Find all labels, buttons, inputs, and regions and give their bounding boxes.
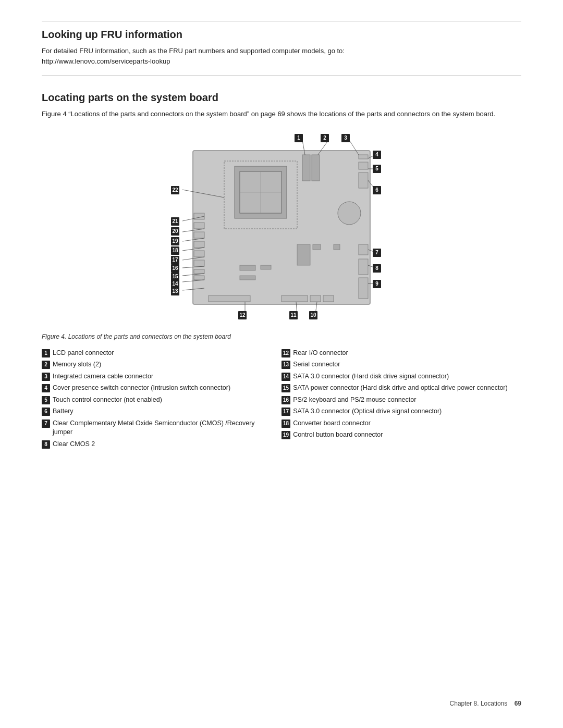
section-locating-title: Locating parts on the system board — [42, 92, 521, 104]
badge-label-2: 2 — [42, 361, 50, 369]
list-item-1: 1 LCD panel connector — [42, 349, 271, 358]
svg-rect-19 — [359, 172, 368, 188]
badge-4: 4 — [373, 151, 381, 159]
section-fru-title: Looking up FRU information — [42, 29, 521, 41]
item-text-2: Memory slots (2) — [53, 360, 271, 369]
list-item-8: 8 Clear CMOS 2 — [42, 440, 271, 449]
svg-rect-23 — [209, 295, 250, 302]
item-text-18: Converter board connector — [293, 419, 511, 428]
badge-10: 10 — [309, 311, 317, 319]
item-text-16: PS/2 keyboard and PS/2 mouse connector — [293, 396, 511, 405]
footer: Chapter 8. Locations 69 — [450, 700, 521, 707]
svg-rect-18 — [359, 162, 368, 169]
svg-rect-8 — [312, 155, 320, 181]
badge-1: 1 — [295, 134, 303, 142]
list-item-6: 6 Battery — [42, 407, 271, 416]
badge-9: 9 — [373, 280, 381, 288]
badge-label-16: 16 — [282, 396, 290, 404]
list-item-7: 7 Clear Complementary Metal Oxide Semico… — [42, 419, 271, 437]
badge-19: 19 — [171, 237, 179, 245]
list-item-3: 3 Integrated camera cable connector — [42, 372, 271, 381]
svg-rect-25 — [310, 295, 321, 302]
badge-7: 7 — [373, 249, 381, 257]
item-text-8: Clear CMOS 2 — [53, 440, 271, 449]
svg-rect-10 — [194, 223, 204, 229]
badge-label-18: 18 — [282, 419, 290, 428]
badge-16: 16 — [171, 264, 179, 273]
item-text-5: Touch control connector (not enabled) — [53, 396, 271, 405]
section-fru-body: For detailed FRU information, such as th… — [42, 46, 521, 66]
item-text-13: Serial connector — [293, 360, 511, 369]
item-text-17: SATA 3.0 connector (Optical drive signal… — [293, 407, 511, 416]
section-fru: Looking up FRU information For detailed … — [42, 29, 521, 66]
board-svg — [156, 130, 407, 328]
item-text-4: Cover presence switch connector (Intrusi… — [53, 384, 271, 393]
figure-caption: Figure 4. Locations of the parts and con… — [42, 333, 521, 340]
parts-list-right: 12 Rear I/O connector 13 Serial connecto… — [282, 349, 521, 452]
badge-label-7: 7 — [42, 419, 50, 428]
svg-rect-24 — [282, 295, 308, 302]
svg-rect-9 — [194, 213, 204, 219]
item-text-14: SATA 3.0 connector (Hard disk drive sign… — [293, 372, 511, 381]
svg-point-6 — [338, 202, 361, 225]
badge-5: 5 — [373, 165, 381, 173]
badge-22: 22 — [171, 186, 179, 194]
list-item-14: 14 SATA 3.0 connector (Hard disk drive s… — [282, 372, 511, 381]
item-text-15: SATA power connector (Hard disk drive an… — [293, 384, 511, 393]
svg-rect-7 — [302, 155, 310, 181]
svg-rect-32 — [334, 244, 340, 250]
board-diagram: 1 2 3 4 5 6 7 8 9 22 21 20 19 18 17 16 1… — [156, 130, 407, 328]
list-item-13: 13 Serial connector — [282, 360, 511, 369]
item-text-12: Rear I/O connector — [293, 349, 511, 358]
svg-rect-29 — [261, 265, 271, 269]
badge-label-1: 1 — [42, 349, 50, 357]
list-item-18: 18 Converter board connector — [282, 419, 511, 428]
badge-18: 18 — [171, 246, 179, 255]
svg-rect-17 — [359, 155, 368, 159]
badge-2: 2 — [321, 134, 329, 142]
badge-label-13: 13 — [282, 361, 290, 369]
svg-rect-28 — [240, 276, 255, 280]
top-divider — [42, 21, 521, 21]
list-item-17: 17 SATA 3.0 connector (Optical drive sig… — [282, 407, 511, 416]
badge-label-12: 12 — [282, 349, 290, 357]
badge-label-19: 19 — [282, 431, 290, 439]
badge-12: 12 — [238, 311, 247, 319]
list-item-19: 19 Control button board connector — [282, 430, 511, 440]
badge-label-8: 8 — [42, 440, 50, 449]
badge-20: 20 — [171, 227, 179, 236]
list-item-16: 16 PS/2 keyboard and PS/2 mouse connecto… — [282, 396, 511, 405]
badge-13: 13 — [171, 287, 179, 295]
list-item-15: 15 SATA power connector (Hard disk drive… — [282, 384, 511, 393]
svg-rect-11 — [194, 232, 204, 238]
badge-11: 11 — [289, 311, 298, 319]
section-locating-body: Figure 4 “Locations of the parts and con… — [42, 109, 521, 119]
svg-rect-21 — [359, 259, 368, 275]
badge-label-17: 17 — [282, 408, 290, 416]
diagram-container: 1 2 3 4 5 6 7 8 9 22 21 20 19 18 17 16 1… — [42, 130, 521, 328]
svg-rect-30 — [297, 244, 310, 265]
list-item-12: 12 Rear I/O connector — [282, 349, 511, 358]
item-text-19: Control button board connector — [293, 430, 511, 440]
footer-chapter: Chapter 8. Locations — [450, 700, 508, 707]
svg-rect-22 — [359, 278, 368, 299]
list-item-4: 4 Cover presence switch connector (Intru… — [42, 384, 271, 393]
footer-page: 69 — [515, 700, 521, 707]
svg-rect-31 — [313, 244, 321, 250]
badge-6: 6 — [373, 186, 381, 194]
parts-list-left: 1 LCD panel connector 2 Memory slots (2)… — [42, 349, 282, 452]
badge-label-14: 14 — [282, 373, 290, 381]
svg-rect-14 — [194, 260, 204, 266]
badge-3: 3 — [341, 134, 350, 142]
svg-rect-20 — [359, 244, 368, 255]
svg-rect-15 — [194, 269, 204, 274]
list-item-5: 5 Touch control connector (not enabled) — [42, 396, 271, 405]
list-item-2: 2 Memory slots (2) — [42, 360, 271, 369]
item-text-7: Clear Complementary Metal Oxide Semicond… — [53, 419, 271, 437]
badge-label-4: 4 — [42, 384, 50, 392]
badge-21: 21 — [171, 217, 179, 226]
item-text-1: LCD panel connector — [53, 349, 271, 358]
badge-label-6: 6 — [42, 408, 50, 416]
badge-8: 8 — [373, 264, 381, 273]
badge-label-3: 3 — [42, 373, 50, 381]
